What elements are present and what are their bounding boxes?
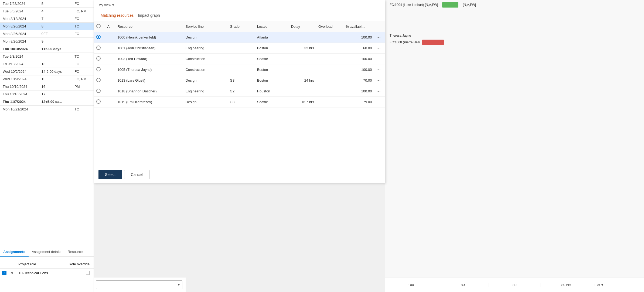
schedule-type xyxy=(72,98,94,106)
resource-radio-cell[interactable] xyxy=(94,86,105,97)
modal-tab-impact[interactable]: Impact graph xyxy=(136,10,162,21)
resource-radio-1[interactable] xyxy=(96,35,101,39)
more-options-icon[interactable]: ⋯ xyxy=(376,57,381,61)
schedule-table: Tue 7/23/2024 5 FC Tue 8/6/2024 4 FC, PM… xyxy=(0,0,94,113)
resource-header-label: Resource xyxy=(117,25,132,29)
header-grade[interactable]: Grade xyxy=(228,21,255,32)
resource-table-row[interactable]: 1018 (Shannon Dascher) Engineering G2 Ho… xyxy=(94,86,385,97)
bottom-tab-assignmentDetails[interactable]: Assignment details xyxy=(29,247,64,257)
refresh-icon[interactable]: ↻ xyxy=(10,271,13,275)
more-options-icon[interactable]: ⋯ xyxy=(376,46,381,50)
schedule-row: Thu 10/10/2024 1+5.00 days xyxy=(0,45,94,53)
assignment-override-checkbox[interactable] xyxy=(84,271,92,275)
assignment-refresh[interactable]: ↻ xyxy=(10,271,18,275)
more-options-icon[interactable]: ⋯ xyxy=(376,78,381,83)
resource-radio-7[interactable] xyxy=(96,99,101,104)
flat-dropdown-control[interactable]: Flat ▾ xyxy=(594,283,642,287)
schedule-date: Thu 10/10/2024 xyxy=(0,83,39,91)
resource-index xyxy=(105,64,115,75)
resource-grade xyxy=(228,64,255,75)
select-button[interactable]: Select xyxy=(98,170,122,179)
more-options-icon[interactable]: ⋯ xyxy=(376,89,381,93)
more-options-icon[interactable]: ⋯ xyxy=(376,100,381,104)
resource-index xyxy=(105,86,115,97)
my-view-button[interactable]: My view ▾ xyxy=(98,3,114,7)
resource-dropdown[interactable] xyxy=(96,280,182,289)
resource-sort-header[interactable]: Resource xyxy=(117,25,181,29)
resource-overload xyxy=(316,86,343,97)
schedule-num: 13 xyxy=(39,60,72,68)
more-options-icon[interactable]: ⋯ xyxy=(376,35,381,40)
resource-radio-cell[interactable] xyxy=(94,54,105,64)
resource-table-row[interactable]: 1000 (Henrik Lerkenfeld) Design Atlanta … xyxy=(94,32,385,43)
schedule-type: FC xyxy=(72,30,94,38)
resource-radio-4[interactable] xyxy=(96,67,101,71)
availability-label: % availabil... xyxy=(346,25,365,29)
dropdown-wrapper[interactable]: ▼ xyxy=(96,280,182,289)
resource-table-row[interactable]: 1013 (Lars Giusti) Design G3 Boston 24 h… xyxy=(94,75,385,86)
resource-overload xyxy=(316,54,343,64)
resource-more-menu[interactable]: ⋯ xyxy=(374,43,385,54)
header-locale[interactable]: Locale xyxy=(255,21,289,32)
resource-radio-6[interactable] xyxy=(96,89,101,93)
resource-service-line: Engineering xyxy=(183,43,228,54)
resource-more-menu[interactable]: ⋯ xyxy=(374,97,385,107)
modal-tab-matching[interactable]: Matching resources xyxy=(98,10,136,21)
resource-radio-cell[interactable] xyxy=(94,97,105,107)
resource-index xyxy=(105,75,115,86)
schedule-row: Mon 10/21/2024 TC xyxy=(0,106,94,113)
resource-table-row[interactable]: 1003 (Ted Howard) Construction Seattle 1… xyxy=(94,54,385,64)
schedule-type: TC xyxy=(72,106,94,113)
more-options-icon[interactable]: ⋯ xyxy=(376,67,381,72)
bottom-tab-assignments[interactable]: Assignments xyxy=(0,247,29,257)
resource-overload xyxy=(316,64,343,75)
resource-radio-cell[interactable] xyxy=(94,43,105,54)
resource-radio-2[interactable] xyxy=(96,46,101,50)
header-resource[interactable]: Resource xyxy=(115,21,183,32)
matching-resources-modal: My view ▾ Matching resourcesImpact graph… xyxy=(94,0,385,183)
select-all-radio[interactable] xyxy=(96,24,101,28)
my-view-label: My view xyxy=(98,3,111,7)
modal-tabs: Matching resourcesImpact graph xyxy=(94,10,385,21)
resource-radio-cell[interactable] xyxy=(94,75,105,86)
resource-more-menu[interactable]: ⋯ xyxy=(374,75,385,86)
resource-more-menu[interactable]: ⋯ xyxy=(374,86,385,97)
resource-name: 1005 (Theresa Jayne) xyxy=(115,64,183,75)
schedule-row: Thu 10/10/2024 16 PM xyxy=(0,83,94,91)
resource-table-row[interactable]: 1001 (Jodi Christiansen) Engineering Bos… xyxy=(94,43,385,54)
header-delay[interactable]: Delay xyxy=(289,21,316,32)
header-overload[interactable]: Overload xyxy=(316,21,343,32)
schedule-type: TC xyxy=(72,53,94,60)
resource-radio-3[interactable] xyxy=(96,56,101,61)
resource-more-menu[interactable]: ⋯ xyxy=(374,64,385,75)
resource-locale: Boston xyxy=(255,75,289,86)
resource-service-line: Construction xyxy=(183,64,228,75)
bottom-flat-dropdown[interactable]: Flat ▾ xyxy=(592,283,644,287)
resource-radio-cell[interactable] xyxy=(94,64,105,75)
override-checkbox-empty[interactable] xyxy=(86,271,90,275)
resource-overload xyxy=(316,32,343,43)
role-override-header: Role override xyxy=(65,262,92,266)
resource-delay: 32 hrs xyxy=(289,43,316,54)
resource-table-container[interactable]: A. Resource Service line Grade Locale xyxy=(94,21,385,107)
resource-availability: 100.00 xyxy=(343,86,374,97)
resource-table-row[interactable]: 1005 (Theresa Jayne) Construction Boston… xyxy=(94,64,385,75)
resource-service-line: Design xyxy=(183,32,228,43)
resource-more-menu[interactable]: ⋯ xyxy=(374,54,385,64)
assignment-checkbox-checked[interactable] xyxy=(2,271,6,275)
resource-more-menu[interactable]: ⋯ xyxy=(374,32,385,43)
bottom-tab-resource[interactable]: Resource xyxy=(64,247,86,257)
header-more xyxy=(374,21,385,32)
resource-table-row[interactable]: 1019 (Emil Karafezov) Design G3 Seattle … xyxy=(94,97,385,107)
cancel-button[interactable]: Cancel xyxy=(124,170,149,179)
schedule-type: TC xyxy=(72,23,94,30)
resource-radio-5[interactable] xyxy=(96,78,101,82)
resource-availability: 70.00 xyxy=(343,75,374,86)
assignment-radio[interactable] xyxy=(2,271,10,275)
schedule-row: Mon 8/26/2024 8 TC xyxy=(0,23,94,30)
chevron-down-icon: ▾ xyxy=(112,3,114,7)
header-service-line[interactable]: Service line xyxy=(183,21,228,32)
resource-radio-cell[interactable] xyxy=(94,32,105,43)
header-checkbox[interactable] xyxy=(94,21,105,32)
header-availability[interactable]: % availabil... xyxy=(343,21,374,32)
